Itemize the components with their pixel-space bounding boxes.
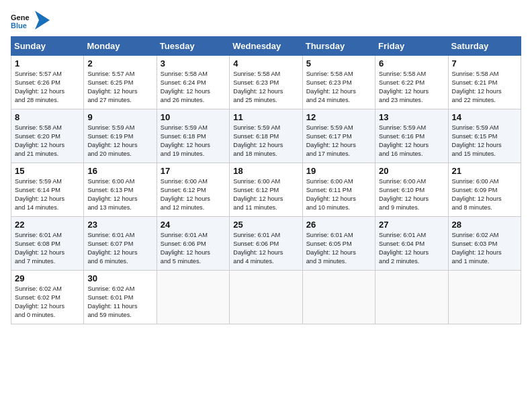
cell-text: Sunrise: 6:01 AM (87, 231, 152, 240)
cell-text: Daylight: 12 hours (161, 87, 226, 96)
cell-text: Sunset: 6:11 PM (306, 186, 371, 195)
cell-text: Daylight: 12 hours (87, 248, 152, 257)
week-row-4: 22Sunrise: 6:01 AMSunset: 6:08 PMDayligh… (11, 217, 521, 271)
cell-text: Sunrise: 5:57 AM (15, 70, 80, 79)
cell-text: and 1 minute. (452, 257, 517, 266)
day-number: 24 (161, 220, 226, 230)
cell-text: Daylight: 12 hours (306, 141, 371, 150)
cell-text: and 7 minutes. (15, 257, 80, 266)
cell-text: Daylight: 12 hours (306, 248, 371, 257)
week-row-5: 29Sunrise: 6:02 AMSunset: 6:02 PMDayligh… (11, 271, 521, 324)
day-cell: 21Sunrise: 6:00 AMSunset: 6:09 PMDayligh… (448, 163, 521, 217)
cell-text: Daylight: 12 hours (15, 87, 80, 96)
cell-text: Sunset: 6:04 PM (379, 240, 444, 248)
cell-text: and 16 minutes. (379, 150, 444, 158)
col-header-thursday: Thursday (302, 37, 375, 56)
cell-text: Sunrise: 6:00 AM (379, 177, 444, 186)
cell-text: Sunset: 6:12 PM (233, 186, 298, 195)
day-cell: 3Sunrise: 5:58 AMSunset: 6:24 PMDaylight… (157, 56, 229, 109)
day-number: 11 (233, 112, 298, 122)
week-row-1: 1Sunrise: 5:57 AMSunset: 6:26 PMDaylight… (11, 56, 521, 109)
cell-text: and 13 minutes. (87, 203, 152, 212)
cell-text: Sunrise: 5:58 AM (452, 70, 517, 79)
day-cell: 11Sunrise: 5:59 AMSunset: 6:18 PMDayligh… (230, 109, 302, 163)
cell-text: Sunrise: 6:02 AM (87, 285, 152, 293)
cell-text: Sunrise: 6:01 AM (306, 231, 371, 240)
cell-text: Daylight: 11 hours (87, 302, 152, 311)
cell-text: Sunrise: 5:59 AM (379, 124, 444, 132)
cell-text: and 27 minutes. (87, 96, 152, 105)
cell-text: Sunset: 6:05 PM (306, 240, 371, 248)
col-header-sunday: Sunday (11, 37, 84, 56)
cell-text: and 21 minutes. (15, 150, 80, 158)
cell-text: Daylight: 12 hours (233, 87, 298, 96)
cell-text: Sunrise: 5:57 AM (87, 70, 152, 79)
day-number: 23 (87, 220, 152, 230)
day-cell: 14Sunrise: 5:59 AMSunset: 6:15 PMDayligh… (448, 109, 521, 163)
cell-text: Sunrise: 5:59 AM (452, 124, 517, 132)
cell-text: Daylight: 12 hours (379, 248, 444, 257)
cell-text: and 18 minutes. (233, 150, 298, 158)
cell-text: Sunrise: 6:01 AM (15, 231, 80, 240)
day-number: 7 (452, 58, 517, 68)
cell-text: Sunset: 6:22 PM (379, 79, 444, 87)
day-number: 13 (379, 112, 444, 122)
cell-text: Daylight: 12 hours (233, 248, 298, 257)
cell-text: and 6 minutes. (87, 257, 152, 266)
cell-text: and 22 minutes. (452, 96, 517, 105)
cell-text: Sunset: 6:15 PM (452, 132, 517, 141)
day-cell: 9Sunrise: 5:59 AMSunset: 6:19 PMDaylight… (84, 109, 157, 163)
cell-text: Sunrise: 6:01 AM (161, 231, 226, 240)
cell-text: Sunset: 6:07 PM (87, 240, 152, 248)
day-cell: 7Sunrise: 5:58 AMSunset: 6:21 PMDaylight… (448, 56, 521, 109)
cell-text: Daylight: 12 hours (379, 141, 444, 150)
cell-text: Sunrise: 5:58 AM (306, 70, 371, 79)
cell-text: Sunset: 6:03 PM (452, 240, 517, 248)
cell-text: and 2 minutes. (379, 257, 444, 266)
cell-text: Sunset: 6:26 PM (15, 79, 80, 87)
logo-icon: General Blue (11, 11, 30, 30)
day-cell: 27Sunrise: 6:01 AMSunset: 6:04 PMDayligh… (375, 217, 448, 271)
cell-text: Sunset: 6:17 PM (306, 132, 371, 141)
cell-text: and 5 minutes. (161, 257, 226, 266)
week-row-2: 8Sunrise: 5:58 AMSunset: 6:20 PMDaylight… (11, 109, 521, 163)
cell-text: and 14 minutes. (15, 203, 80, 212)
day-cell (448, 271, 521, 324)
col-header-saturday: Saturday (448, 37, 521, 56)
cell-text: Sunrise: 5:58 AM (15, 124, 80, 132)
day-cell: 13Sunrise: 5:59 AMSunset: 6:16 PMDayligh… (375, 109, 448, 163)
day-number: 3 (161, 58, 226, 68)
day-cell: 15Sunrise: 5:59 AMSunset: 6:14 PMDayligh… (11, 163, 84, 217)
day-number: 16 (87, 166, 152, 176)
day-number: 9 (87, 112, 152, 122)
cell-text: Daylight: 12 hours (87, 195, 152, 203)
cell-text: Sunset: 6:21 PM (452, 79, 517, 87)
col-header-wednesday: Wednesday (230, 37, 302, 56)
day-number: 30 (87, 273, 152, 283)
day-number: 12 (306, 112, 371, 122)
cell-text: and 12 minutes. (161, 203, 226, 212)
col-header-tuesday: Tuesday (157, 37, 229, 56)
day-number: 29 (15, 273, 80, 283)
cell-text: Sunrise: 6:01 AM (233, 231, 298, 240)
cell-text: Sunset: 6:06 PM (233, 240, 298, 248)
day-cell: 12Sunrise: 5:59 AMSunset: 6:17 PMDayligh… (302, 109, 375, 163)
day-cell (157, 271, 229, 324)
cell-text: Sunrise: 6:02 AM (452, 231, 517, 240)
cell-text: Daylight: 12 hours (379, 195, 444, 203)
cell-text: and 8 minutes. (452, 203, 517, 212)
cell-text: and 26 minutes. (161, 96, 226, 105)
day-number: 2 (87, 58, 152, 68)
header-row: SundayMondayTuesdayWednesdayThursdayFrid… (11, 37, 521, 56)
cell-text: and 59 minutes. (87, 311, 152, 320)
cell-text: Sunrise: 6:00 AM (233, 177, 298, 186)
day-number: 18 (233, 166, 298, 176)
cell-text: and 3 minutes. (306, 257, 371, 266)
cell-text: and 23 minutes. (379, 96, 444, 105)
cell-text: and 25 minutes. (233, 96, 298, 105)
cell-text: Daylight: 12 hours (161, 141, 226, 150)
day-cell: 29Sunrise: 6:02 AMSunset: 6:02 PMDayligh… (11, 271, 84, 324)
cell-text: Sunset: 6:01 PM (87, 293, 152, 302)
day-cell: 16Sunrise: 6:00 AMSunset: 6:13 PMDayligh… (84, 163, 157, 217)
cell-text: Sunset: 6:12 PM (161, 186, 226, 195)
